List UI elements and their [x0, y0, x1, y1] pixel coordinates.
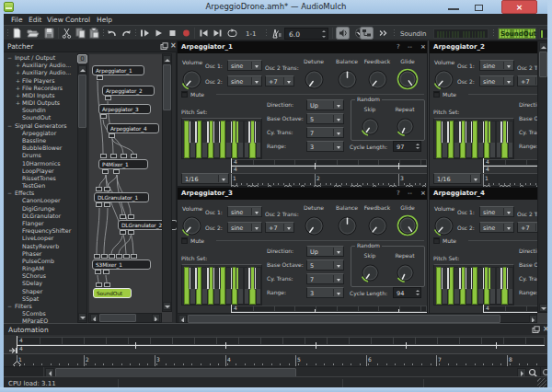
undo-icon[interactable] [105, 27, 119, 40]
node-dlgranulator_1[interactable]: DLGranulator_1 [94, 192, 149, 202]
osc2-dropdown[interactable]: sine [227, 75, 262, 86]
repeat-knob[interactable] [395, 116, 416, 137]
base-octave-dropdown[interactable]: 5 [306, 113, 344, 124]
panel-close-icon[interactable]: × [420, 43, 426, 51]
tree-scroll-down-icon[interactable] [78, 313, 86, 321]
cut-icon[interactable] [60, 27, 74, 40]
tree-expander[interactable]: − [7, 304, 12, 309]
cycle-transpose-dropdown[interactable]: 7 [306, 127, 344, 138]
dropdown-arrow-icon[interactable] [333, 248, 342, 255]
detune-knob[interactable] [303, 68, 326, 91]
panel-titlebar[interactable]: Arpeggiator_4?--× [430, 188, 537, 200]
tree-expander[interactable]: + [16, 78, 20, 84]
pitch-key-black[interactable] [500, 121, 502, 144]
dropdown-arrow-icon[interactable] [503, 224, 512, 231]
panel-close-icon[interactable]: × [420, 190, 426, 197]
docs-scroll-up-icon[interactable] [539, 42, 547, 51]
automation-ruler[interactable]: 44 [4, 336, 547, 353]
tree-expander[interactable]: + [16, 100, 20, 106]
port[interactable] [103, 270, 109, 274]
base-octave-dropdown[interactable]: 5 [306, 259, 344, 271]
docs-scroll-down-icon[interactable] [539, 304, 547, 312]
paste-icon[interactable] [87, 27, 101, 40]
node-arpeggiator_4[interactable]: Arpeggiator_4 [107, 123, 159, 133]
patcher-header[interactable]: Patcher × [4, 40, 177, 52]
previous-section-icon[interactable] [197, 27, 211, 40]
canvas-vscrollbar[interactable] [162, 53, 172, 312]
panel-minimize-icon[interactable]: -- [408, 190, 412, 197]
dropdown-arrow-icon[interactable] [283, 224, 293, 231]
panel-minimize-icon[interactable]: -- [408, 43, 412, 51]
pitch-key-black[interactable] [247, 121, 250, 144]
docs-vscrollbar[interactable] [537, 40, 547, 313]
tree-item-soundin[interactable]: SoundIn [22, 108, 46, 113]
automation-bar-row[interactable]: 12345678 [4, 353, 547, 366]
pitch-key-black[interactable] [206, 121, 209, 144]
direction-dropdown[interactable]: Up [306, 99, 344, 110]
port[interactable] [100, 154, 107, 158]
pitch-key-black[interactable] [254, 121, 257, 144]
tree-item-midi-inputs[interactable]: MIDI Inputs [22, 93, 55, 98]
port[interactable] [104, 187, 110, 191]
next-section-icon[interactable] [211, 27, 224, 40]
port[interactable] [131, 154, 137, 158]
title-bar[interactable]: ArpeggioDrone.amh* — AudioMulch × [0, 0, 552, 14]
pitch-key-black-selected[interactable] [236, 121, 238, 144]
volume-knob[interactable] [432, 68, 455, 91]
feedback-knob[interactable] [366, 68, 389, 91]
port[interactable] [96, 202, 102, 207]
port[interactable] [104, 202, 110, 207]
record-icon[interactable] [179, 27, 193, 40]
volume-knob[interactable] [180, 214, 203, 237]
port[interactable] [120, 230, 126, 235]
tree-expander[interactable]: − [7, 55, 12, 61]
tree-item-testgen[interactable]: TestGen [22, 183, 45, 189]
balance-knob[interactable] [336, 214, 359, 237]
play-icon[interactable] [152, 27, 166, 40]
patcher-close-icon[interactable]: × [170, 41, 177, 50]
mute-checkbox[interactable] [433, 237, 440, 244]
pitch-key-black[interactable] [213, 267, 215, 290]
tree-item-rissettones[interactable]: RissetTones [22, 176, 56, 181]
repeat-knob[interactable] [395, 262, 416, 283]
patcher-view-icon[interactable] [360, 27, 374, 40]
dropdown-arrow-icon[interactable] [503, 208, 512, 215]
metronome-icon[interactable] [269, 27, 282, 40]
mute-checkbox[interactable] [433, 91, 440, 98]
docs-scroll-left-icon[interactable] [178, 315, 187, 323]
master-volume-icon[interactable] [336, 27, 350, 40]
dropdown-arrow-icon[interactable] [283, 77, 293, 85]
osc2-dropdown[interactable]: sine [227, 222, 262, 233]
overflow-icon[interactable] [376, 27, 390, 40]
save-file-icon[interactable] [42, 27, 56, 40]
osc2-trans-dropdown[interactable]: +7 [265, 75, 294, 86]
dropdown-arrow-icon[interactable] [251, 62, 260, 69]
canvas-scroll-left-icon[interactable] [90, 314, 98, 322]
port[interactable] [128, 230, 134, 235]
automation-float-icon[interactable] [532, 326, 540, 334]
open-file-icon[interactable] [26, 27, 40, 40]
docs-vscroll-thumb[interactable] [539, 52, 547, 77]
pitch-key-black[interactable] [465, 267, 467, 290]
port[interactable] [96, 282, 102, 287]
tree-group-effects[interactable]: Effects [15, 190, 34, 196]
tree-item-canonlooper[interactable]: CanonLooper [22, 198, 61, 203]
osc2-trans-dropdown[interactable]: +7 [517, 222, 537, 233]
port[interactable] [109, 254, 115, 259]
port[interactable] [102, 169, 109, 174]
tree-item-frequencyshifter[interactable]: FrequencyShifter [22, 228, 71, 234]
pitch-key-black-selected[interactable] [236, 267, 238, 290]
osc1-dropdown[interactable]: sine [227, 60, 262, 71]
pitch-key-black[interactable] [254, 267, 257, 290]
tree-expander[interactable]: + [16, 93, 20, 98]
port[interactable] [116, 254, 122, 259]
pitch-set-keyboard[interactable] [433, 118, 514, 159]
osc2-dropdown[interactable]: sine [479, 75, 514, 86]
tree-expander[interactable]: − [7, 190, 12, 196]
tree-item-auxiliary-audio-[interactable]: Auxiliary Audio... [22, 70, 71, 75]
tree-item-schorus[interactable]: SChorus [22, 273, 46, 279]
tree-item-bubbleblower[interactable]: BubbleBlower [22, 145, 62, 151]
cycle-length-spinbox[interactable]: 94 [393, 287, 421, 298]
tree-item-bassline[interactable]: Bassline [22, 138, 46, 144]
dropdown-arrow-icon[interactable] [503, 77, 512, 85]
